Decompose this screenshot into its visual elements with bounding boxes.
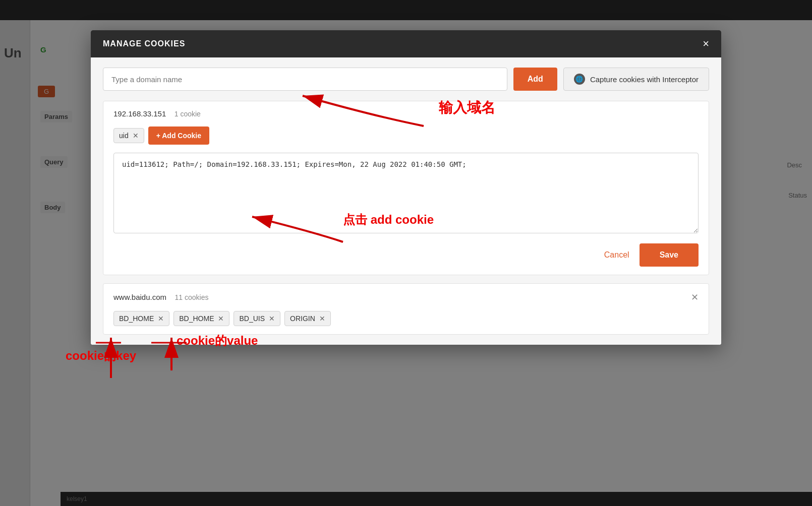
- cookie-section-192: 192.168.33.151 1 cookie uid ✕ + Add Cook…: [103, 101, 709, 275]
- cookie-tag-name: uid: [119, 132, 129, 140]
- cookie-tags-192: uid ✕ + Add Cookie: [113, 126, 699, 145]
- cookie-tags-baidu: BD_HOME ✕ BD_HOME ✕ BD_UIS ✕ ORIGIN ✕: [113, 311, 699, 326]
- section-close-baidu[interactable]: ✕: [691, 292, 699, 303]
- cookie-tag-bd-uis: BD_UIS ✕: [234, 311, 280, 326]
- cookie-tag-bd-home-1: BD_HOME ✕: [113, 311, 169, 326]
- domain-name-input[interactable]: [103, 68, 507, 91]
- cookie-tag-remove-bd-uis[interactable]: ✕: [269, 315, 275, 322]
- cookie-tag-remove-origin[interactable]: ✕: [319, 315, 325, 322]
- cookie-tag-origin: ORIGIN ✕: [284, 311, 331, 326]
- cookie-section-baidu: www.baidu.com 11 cookies ✕ BD_HOME ✕ BD_…: [103, 283, 709, 335]
- cancel-button[interactable]: Cancel: [604, 250, 629, 260]
- cookie-tag-remove-uid[interactable]: ✕: [133, 132, 139, 139]
- cookie-tag-bd-home-2: BD_HOME ✕: [173, 311, 229, 326]
- add-domain-button[interactable]: Add: [513, 68, 557, 91]
- modal-header: MANAGE COOKIES ×: [91, 30, 721, 57]
- cookie-tag-uid: uid ✕: [113, 128, 144, 143]
- manage-cookies-modal: MANAGE COOKIES × Add 🌐 Capture cookies w…: [91, 30, 721, 345]
- section-count-192: 1 cookie: [175, 110, 201, 118]
- cookie-tag-remove-bd-home-1[interactable]: ✕: [158, 315, 164, 322]
- modal-title: MANAGE COOKIES: [103, 39, 185, 48]
- section-domain-192: 192.168.33.151: [113, 109, 166, 118]
- cookie-tag-name: BD_HOME: [179, 314, 214, 323]
- interceptor-button-label: Capture cookies with Interceptor: [590, 75, 699, 84]
- save-button[interactable]: Save: [640, 243, 699, 267]
- cookie-tag-name: BD_HOME: [119, 314, 154, 323]
- section-domain-info-baidu: www.baidu.com 11 cookies: [113, 293, 208, 302]
- modal-body: Add 🌐 Capture cookies with Interceptor 1…: [91, 57, 721, 345]
- section-header-baidu: www.baidu.com 11 cookies ✕: [113, 292, 699, 303]
- cookie-tag-remove-bd-home-2[interactable]: ✕: [218, 315, 224, 322]
- cookie-value-textarea[interactable]: [113, 153, 699, 233]
- modal-close-button[interactable]: ×: [703, 38, 709, 49]
- interceptor-button[interactable]: 🌐 Capture cookies with Interceptor: [563, 68, 709, 91]
- domain-input-row: Add 🌐 Capture cookies with Interceptor: [103, 68, 709, 91]
- interceptor-icon: 🌐: [574, 74, 585, 85]
- add-cookie-button[interactable]: + Add Cookie: [148, 126, 209, 145]
- section-domain-info: 192.168.33.151 1 cookie: [113, 109, 201, 118]
- cookie-tag-name: ORIGIN: [290, 314, 315, 323]
- section-count-baidu: 11 cookies: [175, 293, 209, 301]
- section-domain-baidu: www.baidu.com: [113, 293, 166, 301]
- section-header-192: 192.168.33.151 1 cookie: [113, 109, 699, 118]
- cookie-tag-name: BD_UIS: [239, 314, 265, 323]
- cookie-textarea-container: [113, 153, 699, 235]
- bottom-actions: Cancel Save: [113, 243, 699, 267]
